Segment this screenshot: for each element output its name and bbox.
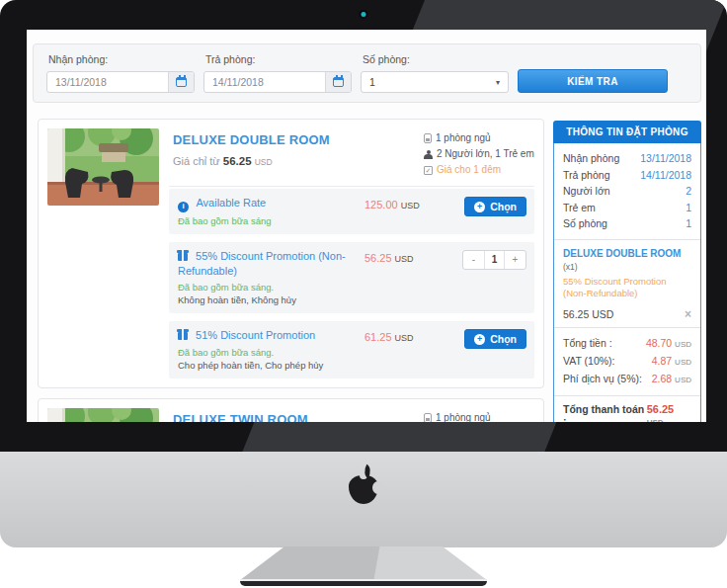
divider — [554, 327, 700, 328]
room-card-deluxe-twin: DELUXE TWIN ROOM Giá chỉ từ 56.25 USD — [38, 398, 544, 422]
rooms-field-group: Số phòng: 1 ▾ — [361, 51, 509, 93]
calendar-icon — [176, 77, 187, 87]
price-from-currency: USD — [255, 157, 273, 167]
summary-rooms-row: Số phòng 1 — [563, 215, 691, 232]
choose-button[interactable]: + Chọn — [464, 197, 526, 216]
service-fee-row: Phí dịch vụ (5%): 2.68 USD — [563, 371, 691, 388]
summary-checkin-row: Nhận phòng 13/11/2018 — [563, 150, 691, 167]
price-from-label: Giá chỉ từ — [173, 155, 220, 167]
cart-price: 56.25 USD — [563, 308, 613, 320]
remove-item-icon[interactable]: × — [685, 308, 691, 320]
stepper-plus-button[interactable]: + — [505, 251, 525, 269]
divider — [554, 395, 700, 396]
rate-row: 51% Discount Promotion Đã bao gồm bữa sá… — [169, 321, 534, 378]
plus-circle-icon: + — [474, 334, 485, 345]
room-list: DELUXE DOUBLE ROOM Giá chỉ từ 56.25 USD — [38, 119, 544, 422]
checkin-field-group: Nhận phòng: — [46, 51, 195, 93]
webcam-dot — [362, 12, 366, 17]
checkbox-icon: ✓ — [424, 166, 433, 175]
bed-icon — [424, 413, 432, 422]
booking-summary-title: THÔNG TIN ĐẶT PHÒNG — [553, 121, 701, 143]
search-form: Nhận phòng: Trả phòng: — [33, 43, 701, 103]
summary-children-row: Trẻ em 1 — [563, 200, 691, 216]
stepper-quantity: 1 — [484, 251, 505, 269]
gift-icon — [178, 253, 188, 261]
check-availability-button[interactable]: KIỂM TRA — [518, 69, 668, 93]
booking-summary-panel: THÔNG TIN ĐẶT PHÒNG Nhận phòng 13/11/201… — [553, 121, 701, 422]
rate-price: 125.00 — [364, 199, 398, 210]
occupancy-text: 2 Người lớn, 1 Trẻ em — [437, 146, 534, 162]
room-photo — [47, 128, 159, 206]
summary-checkout-row: Trả phòng 14/11/2018 — [563, 167, 691, 184]
calendar-icon — [333, 77, 344, 87]
bedrooms-text: 1 phòng ngủ — [436, 130, 491, 146]
cart-room-name: DELUXE DOUBLE ROOM — [563, 248, 681, 259]
bed-icon — [424, 133, 432, 143]
rate-includes: Đã bao gồm bữa sáng. — [178, 282, 359, 293]
gift-icon — [178, 332, 188, 340]
chevron-down-icon: ▾ — [496, 78, 500, 87]
rate-includes: Đã bao gồm bữa sáng. — [178, 347, 359, 358]
plus-circle-icon: + — [474, 202, 485, 212]
rate-currency: USD — [401, 201, 420, 210]
rate-row: 55% Discount Promotion (Non-Refundable) … — [169, 242, 534, 314]
price-note-text: Giá cho 1 đêm — [437, 162, 501, 178]
room-title: DELUXE DOUBLE ROOM — [173, 132, 416, 147]
room-attributes: 1 phòng ngủ 2 Người lớn, 1 Trẻ em ✓ Giá … — [424, 130, 532, 178]
monitor-frame: Nhận phòng: Trả phòng: — [0, 0, 727, 452]
vat-row: VAT (10%): 4.87 USD — [563, 353, 691, 371]
rate-price: 56.25 — [364, 252, 392, 264]
rate-currency: USD — [395, 254, 414, 264]
checkin-calendar-button[interactable] — [168, 72, 194, 92]
info-icon: i — [178, 202, 189, 212]
summary-adults-row: Người lớn 2 — [563, 183, 691, 200]
rate-price: 61.25 — [364, 331, 392, 343]
checkin-input[interactable] — [47, 72, 168, 92]
screen: Nhận phòng: Trả phòng: — [27, 30, 706, 422]
bedrooms-text: 1 phòng ngủ — [436, 410, 491, 422]
apple-logo — [349, 466, 378, 504]
checkout-label: Trả phòng: — [205, 53, 352, 65]
monitor-stand-neck — [240, 546, 487, 580]
rate-currency: USD — [395, 333, 414, 343]
subtotal-row: Tổng tiền : 48.70 USD — [563, 335, 691, 353]
checkout-field-group: Trả phòng: — [203, 51, 352, 93]
rate-name: Available Rate — [196, 197, 266, 209]
choose-button[interactable]: + Chọn — [464, 329, 526, 349]
checkin-label: Nhận phòng: — [48, 53, 195, 65]
room-title: DELUXE TWIN ROOM — [173, 412, 416, 422]
rooms-select-value: 1 — [369, 76, 375, 88]
content-row: DELUXE DOUBLE ROOM Giá chỉ từ 56.25 USD — [38, 119, 701, 422]
price-from-value: 56.25 — [223, 155, 252, 167]
rate-policy: Không hoàn tiền, Không hủy — [178, 294, 359, 305]
rooms-label: Số phòng: — [363, 53, 509, 65]
cart-promo: 55% Discount Promotion (Non-Refundable) — [563, 276, 691, 301]
rate-row: i Available Rate Đã bao gồm bữa sáng 125… — [169, 189, 534, 234]
rate-includes: Đã bao gồm bữa sáng — [178, 215, 359, 226]
room-attributes: 1 phòng ngủ 2 Người lớn, 1 Trẻ em ✓ Giá … — [424, 410, 532, 422]
rate-name: 55% Discount Promotion (Non-Refundable) — [178, 250, 346, 277]
cart-item: DELUXE DOUBLE ROOM (x1) 55% Discount Pro… — [563, 247, 691, 321]
grand-total-row: Tổng thanh toán : 56.25 USD — [563, 403, 691, 422]
rate-name: 51% Discount Promotion — [196, 329, 315, 341]
room-card-deluxe-double: DELUXE DOUBLE ROOM Giá chỉ từ 56.25 USD — [38, 119, 544, 388]
rate-policy: Cho phép hoàn tiền, Cho phép hủy — [178, 360, 359, 371]
imac-mockup: Nhận phòng: Trả phòng: — [0, 0, 727, 588]
person-icon — [424, 150, 433, 159]
rooms-select[interactable]: 1 ▾ — [361, 71, 509, 93]
room-photo — [47, 408, 159, 422]
checkout-input[interactable] — [204, 72, 325, 92]
divider — [554, 239, 700, 240]
stepper-minus-button[interactable]: - — [463, 251, 484, 269]
checkout-calendar-button[interactable] — [325, 72, 351, 92]
cart-room-qty: (x1) — [563, 262, 578, 272]
quantity-stepper: - 1 + — [462, 250, 526, 270]
monitor-stand-base — [240, 579, 487, 586]
